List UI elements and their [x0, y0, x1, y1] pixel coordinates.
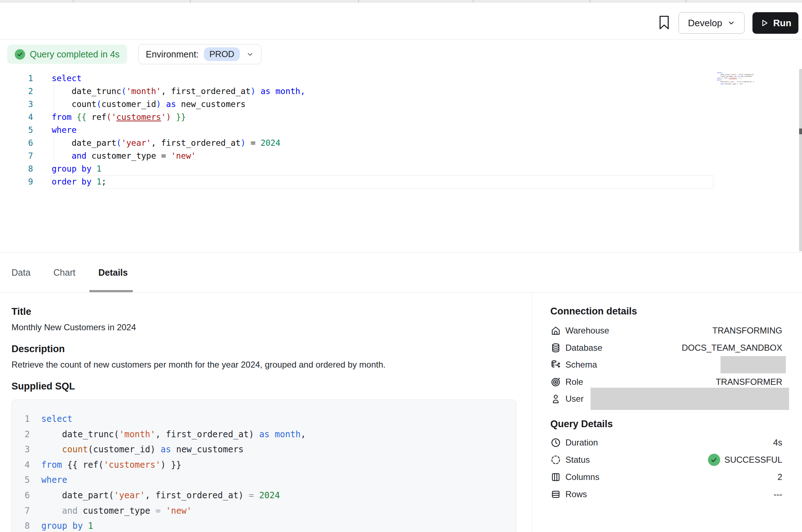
supplied-sql-line: 4from {{ ref('customers') }} — [12, 457, 516, 473]
detail-value: 4s — [773, 438, 782, 448]
line-number: 5 — [0, 123, 33, 136]
detail-label: Duration — [565, 438, 598, 448]
detail-row-columns: Columns2 — [550, 468, 782, 486]
redacted-value — [721, 356, 786, 373]
title-heading: Title — [11, 306, 31, 317]
window-tab-strip — [0, 0, 802, 3]
tab-strip-divider — [589, 0, 590, 3]
editor-line[interactable]: 3 count(customer_id) as new_customers — [0, 98, 718, 111]
description-value: Retrieve the count of new customers per … — [11, 360, 386, 370]
environment-label: Environment: — [146, 49, 199, 60]
editor-line[interactable]: 5where — [0, 123, 718, 136]
environment-value-pill: PROD — [204, 47, 239, 61]
line-number: 5 — [18, 472, 30, 488]
detail-row-status: Status SUCCESSFUL — [550, 451, 782, 468]
tab-strip-divider — [473, 0, 474, 3]
tab-chart-label: Chart — [53, 267, 75, 278]
rows-icon — [550, 489, 561, 500]
detail-row-user: User — [550, 390, 782, 407]
schema-icon — [550, 359, 561, 370]
line-number: 8 — [18, 518, 30, 532]
tab-strip-divider — [73, 0, 74, 3]
sql-editor[interactable]: 1select2 date_trunc('month', first_order… — [0, 65, 802, 252]
editor-line[interactable]: 6 date_part('year', first_ordered_at) = … — [0, 136, 718, 149]
detail-row-schema: Schema — [550, 356, 782, 373]
supplied-sql-line: 8group by 1 — [12, 518, 516, 532]
play-icon — [760, 18, 769, 28]
detail-label: User — [565, 394, 584, 404]
detail-label: Warehouse — [565, 326, 609, 336]
chevron-down-icon — [727, 19, 735, 27]
tab-details-label: Details — [98, 267, 128, 278]
check-circle-icon — [708, 454, 720, 466]
query-details-heading: Query Details — [550, 419, 613, 430]
editor-line[interactable]: 2 date_trunc('month', first_ordered_at) … — [0, 85, 718, 98]
query-status-text: Query completed in 4s — [30, 49, 120, 60]
editor-line[interactable]: 9order by 1; — [0, 175, 718, 188]
run-button[interactable]: Run — [752, 12, 798, 34]
bookmark-button[interactable] — [658, 15, 670, 31]
line-number: 3 — [0, 98, 33, 111]
scrollbar-thumb[interactable] — [799, 129, 802, 134]
line-number: 1 — [18, 411, 30, 427]
line-number: 7 — [0, 149, 33, 162]
active-tab-indicator — [89, 290, 133, 292]
detail-value: TRANSFORMING — [712, 326, 782, 336]
line-number: 8 — [0, 162, 33, 175]
detail-value: DOCS_TEAM_SANDBOX — [682, 343, 782, 353]
results-tab-bar: Data Chart Details — [0, 252, 802, 293]
detail-value: --- — [774, 489, 782, 499]
supplied-sql-line: 3 count(customer_id) as new_customers — [12, 442, 516, 457]
detail-row-warehouse: WarehouseTRANSFORMING — [550, 322, 782, 339]
details-pane: Title Monthly New Customers in 2024 Desc… — [0, 293, 802, 532]
tab-data[interactable]: Data — [0, 253, 42, 292]
detail-label: Database — [565, 343, 602, 353]
editor-line[interactable]: 8group by 1 — [0, 162, 718, 175]
line-number: 4 — [0, 111, 33, 123]
line-number: 6 — [18, 488, 30, 503]
database-icon — [550, 342, 561, 353]
environment-selector[interactable]: Environment: PROD — [138, 44, 261, 64]
detail-label: Rows — [565, 489, 587, 499]
editor-line[interactable]: 7 and customer_type = 'new' — [0, 149, 718, 162]
run-label: Run — [773, 18, 792, 29]
develop-dropdown[interactable]: Develop — [679, 12, 745, 34]
status-icon — [550, 454, 561, 465]
detail-row-database: DatabaseDOCS_TEAM_SANDBOX — [550, 339, 782, 356]
supplied-sql-line: 6 date_part('year', first_ordered_at) = … — [12, 488, 516, 503]
develop-label: Develop — [688, 18, 722, 29]
supplied-sql-line: 5where — [12, 472, 516, 488]
detail-label: Schema — [565, 360, 597, 370]
tab-data-label: Data — [11, 267, 31, 278]
detail-value: 2 — [778, 472, 782, 482]
detail-row-duration: Duration4s — [550, 434, 782, 451]
user-icon — [550, 393, 561, 404]
tab-details[interactable]: Details — [87, 253, 139, 292]
line-number: 4 — [18, 457, 30, 473]
redacted-value — [591, 388, 789, 410]
supplied-sql-heading: Supplied SQL — [11, 381, 75, 392]
line-number: 2 — [0, 85, 33, 98]
detail-value: TRANSFORMER — [716, 377, 782, 387]
warehouse-icon — [550, 325, 561, 336]
editor-line[interactable]: 4from {{ ref('customers') }} — [0, 111, 718, 123]
supplied-sql-line: 2 date_trunc('month', first_ordered_at) … — [12, 427, 516, 442]
connection-details-heading: Connection details — [550, 306, 637, 317]
editor-minimap[interactable]: select date_trunc('month', first_ordered… — [717, 72, 755, 85]
line-number: 1 — [0, 72, 33, 85]
editor-scrollbar[interactable] — [799, 69, 802, 251]
duration-icon — [550, 437, 561, 448]
editor-line[interactable]: 1select — [0, 72, 718, 85]
tab-strip-divider — [686, 0, 686, 3]
line-number: 3 — [18, 442, 30, 457]
supplied-sql-line: 7 and customer_type = 'new' — [12, 503, 516, 519]
line-number: 9 — [0, 175, 33, 188]
role-icon — [550, 377, 561, 387]
detail-label: Status — [565, 455, 590, 465]
line-number: 6 — [0, 136, 33, 149]
columns-icon — [550, 472, 561, 482]
detail-row-rows: Rows--- — [550, 486, 782, 503]
line-number: 7 — [18, 503, 30, 519]
title-value: Monthly New Customers in 2024 — [11, 322, 136, 332]
tab-chart[interactable]: Chart — [42, 253, 87, 292]
